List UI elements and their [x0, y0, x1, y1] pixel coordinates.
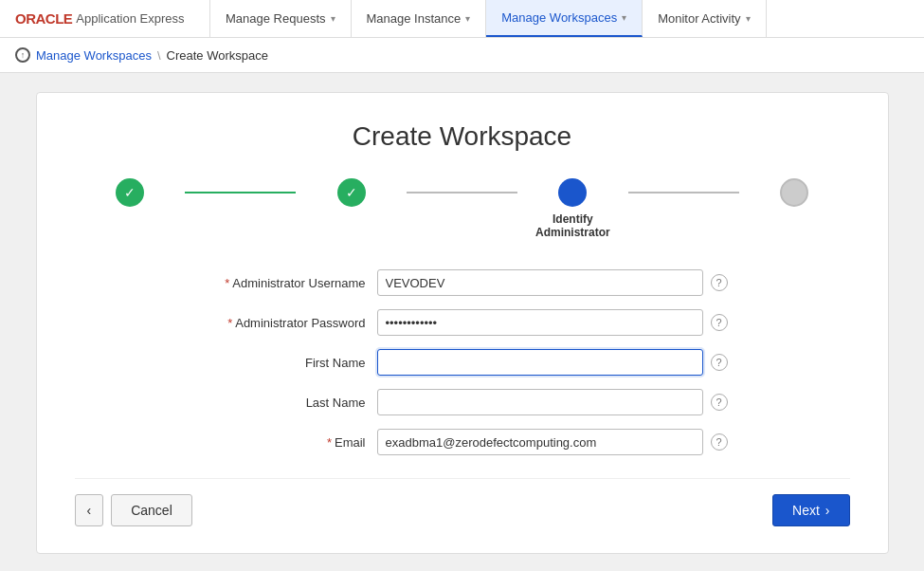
last-name-wrap: ? — [377, 389, 728, 415]
next-button-label: Next — [792, 503, 820, 518]
email-input[interactable] — [377, 429, 703, 455]
admin-username-label: *Administrator Username — [197, 276, 377, 290]
admin-form: *Administrator Username ? *Administrator… — [197, 269, 728, 455]
first-name-input[interactable] — [377, 349, 703, 376]
admin-password-wrap: ? — [377, 309, 728, 336]
page-title: Create Workspace — [75, 121, 850, 152]
email-help-icon[interactable]: ? — [711, 433, 728, 451]
nav-manage-instance[interactable]: Manage Instance ▾ — [352, 0, 487, 37]
step-connector-2 — [407, 192, 517, 193]
step-3-circle — [558, 178, 587, 207]
brand-logo: ORACLE Application Express — [0, 0, 210, 37]
step-1: ✓ — [75, 178, 186, 207]
admin-password-label: *Administrator Password — [197, 316, 377, 330]
admin-username-help-icon[interactable]: ? — [711, 274, 728, 291]
main-content: Create Workspace ✓ ✓ Identify Administra… — [0, 73, 924, 568]
next-arrow-icon: › — [825, 503, 830, 518]
app-express-label: Application Express — [76, 11, 184, 26]
last-name-help-icon[interactable]: ? — [711, 394, 728, 411]
breadcrumb: ↑ Manage Workspaces \ Create Workspace — [0, 38, 924, 73]
nav-items: Manage Requests ▾ Manage Instance ▾ Mana… — [210, 0, 924, 37]
admin-password-help-icon[interactable]: ? — [711, 314, 728, 331]
step-3: Identify Administrator — [517, 178, 628, 239]
step-4-circle — [780, 178, 808, 207]
last-name-input[interactable] — [377, 389, 703, 415]
required-star: * — [225, 276, 229, 290]
admin-username-input[interactable] — [377, 269, 703, 296]
breadcrumb-current: Create Workspace — [167, 48, 268, 63]
first-name-wrap: ? — [377, 349, 728, 376]
form-row-lastname: Last Name ? — [197, 389, 728, 415]
create-workspace-card: Create Workspace ✓ ✓ Identify Administra… — [36, 92, 889, 554]
breadcrumb-parent-link[interactable]: Manage Workspaces — [36, 48, 152, 63]
chevron-down-icon: ▾ — [465, 13, 470, 24]
form-row-firstname: First Name ? — [197, 349, 728, 376]
step-3-label: Identify Administrator — [517, 212, 628, 239]
chevron-down-icon: ▾ — [622, 12, 626, 23]
nav-monitor-activity[interactable]: Monitor Activity ▾ — [643, 0, 766, 37]
next-button[interactable]: Next › — [772, 494, 849, 526]
form-row-email: *Email ? — [197, 429, 728, 455]
oracle-wordmark: ORACLE — [15, 10, 72, 27]
email-label: *Email — [197, 435, 377, 450]
nav-manage-requests-label: Manage Requests — [226, 11, 326, 26]
nav-manage-workspaces-label: Manage Workspaces — [501, 10, 617, 25]
required-star: * — [327, 435, 332, 450]
wizard-stepper: ✓ ✓ Identify Administrator — [75, 178, 850, 239]
card-footer: ‹ Cancel Next › — [75, 478, 850, 526]
step-connector-1 — [185, 192, 296, 193]
breadcrumb-separator: \ — [157, 48, 161, 63]
chevron-down-icon: ▾ — [746, 13, 751, 24]
form-row-username: *Administrator Username ? — [197, 269, 728, 296]
cancel-button[interactable]: Cancel — [111, 494, 192, 526]
first-name-label: First Name — [197, 356, 377, 370]
nav-manage-workspaces[interactable]: Manage Workspaces ▾ — [486, 0, 643, 37]
required-star: * — [227, 316, 232, 330]
nav-monitor-activity-label: Monitor Activity — [658, 11, 740, 26]
step-connector-3 — [628, 192, 739, 193]
form-row-password: *Administrator Password ? — [197, 309, 728, 336]
top-navigation: ORACLE Application Express Manage Reques… — [0, 0, 924, 38]
step-2: ✓ — [296, 178, 407, 207]
back-button[interactable]: ‹ — [75, 494, 104, 526]
chevron-down-icon: ▾ — [331, 13, 335, 24]
nav-manage-instance-label: Manage Instance — [367, 11, 462, 26]
breadcrumb-up-icon: ↑ — [15, 47, 30, 63]
footer-left-buttons: ‹ Cancel — [75, 494, 192, 526]
step-4 — [739, 178, 850, 207]
nav-manage-requests[interactable]: Manage Requests ▾ — [210, 0, 352, 37]
first-name-help-icon[interactable]: ? — [711, 354, 728, 371]
email-wrap: ? — [377, 429, 728, 455]
step-2-circle: ✓ — [337, 178, 366, 207]
last-name-label: Last Name — [197, 396, 377, 410]
admin-password-input[interactable] — [377, 309, 703, 336]
step-1-circle: ✓ — [116, 178, 144, 207]
admin-username-wrap: ? — [377, 269, 728, 296]
